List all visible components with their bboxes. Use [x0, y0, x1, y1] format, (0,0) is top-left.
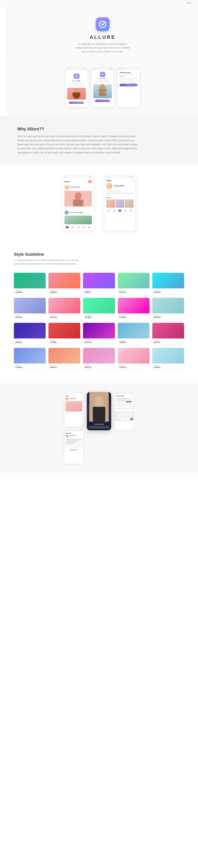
app-screens-section: 9:41 ⚡ 100% Home	[0, 165, 198, 242]
phone1-tagline: One platform for all your social media n…	[67, 83, 86, 86]
phone2-logo	[100, 72, 105, 77]
profile-grid	[106, 199, 134, 208]
forgot-password-mock: Forgot Password?	[120, 88, 138, 89]
color-swatch: 41B0C8F386A0	[152, 348, 184, 369]
svg-rect-8	[73, 92, 75, 97]
style-section: Style Guideline I m trying to explore so…	[0, 242, 198, 383]
login-button-mock[interactable]: LOGIN	[120, 84, 138, 86]
home-bottom-nav	[64, 225, 92, 229]
nav-profile-icon[interactable]	[88, 226, 91, 228]
profile-screen-phone: 9:41 ⚡ 100% Profile ⚙ Jessica	[104, 176, 135, 231]
color-swatch: 6F09B5E13AC8	[83, 323, 115, 344]
bottom-screens-section: 9:41 100% Home Jessica Singh 4 minutes a…	[0, 383, 198, 473]
profile-title: Profile	[106, 180, 111, 182]
phone1-logo	[73, 73, 79, 79]
svg-point-15	[66, 185, 68, 188]
svg-point-12	[103, 73, 103, 74]
nav-search-icon[interactable]	[71, 226, 74, 228]
svg-point-14	[89, 182, 92, 184]
bottom-phone-2: 9:41 100% Messages Creative Mintz Just n…	[64, 429, 84, 464]
center-input[interactable]	[89, 426, 109, 429]
profile-nav-profile[interactable]	[119, 210, 121, 212]
color-swatch: F95E7DE95A7D	[48, 298, 80, 319]
hero-section: ALLURE An Application for dedicated to f…	[7, 7, 198, 61]
status-battery-1: 100%	[84, 68, 86, 69]
profile-bottom-nav	[106, 209, 134, 213]
home-title: Home	[64, 181, 70, 183]
allure-link: ALLURE	[120, 76, 138, 77]
app-description: An Application for dedicated to famous I…	[75, 42, 130, 54]
password-input-mock	[120, 81, 138, 83]
status-battery-2: 100%	[109, 68, 112, 69]
color-swatch: D230C8733BC5	[118, 323, 150, 344]
color-swatch: F100BDF100BD	[118, 298, 150, 319]
color-swatch: FF0D5F470ECA	[118, 348, 150, 369]
style-title: Style Guideline	[14, 252, 184, 257]
phones-row: 9:41 AM 100% ALLURE One platform for all…	[7, 61, 198, 116]
svg-point-5	[77, 75, 77, 76]
style-description: I m trying to explore some different kin…	[14, 258, 84, 266]
svg-rect-24	[93, 407, 105, 422]
center-phone: Creative Mintz	[87, 392, 111, 430]
center-face-image	[89, 392, 109, 422]
color-swatch: 6035A03A3575	[152, 323, 184, 344]
home-user-subtitle: 4 minutes ago	[70, 188, 79, 189]
bottom-phone-1-image	[65, 401, 82, 411]
signin-subtitle: Sign in to continue to ALLURE	[120, 74, 138, 75]
svg-point-11	[102, 74, 103, 75]
home-user2-name: Alias / Creative Mintz	[70, 212, 84, 213]
bottom-phone-2-avatar	[65, 434, 69, 438]
phone1-appname: ALLURE	[72, 80, 81, 82]
color-swatch: 8187E98187E9	[14, 298, 46, 319]
home-username: Jessica Singh	[70, 186, 79, 188]
app-name: ALLURE	[7, 34, 198, 40]
why-text: Allurs is a free app that lets you share…	[18, 134, 139, 155]
color-grid-row2: 8187E98187E9F95E7DE95A7D4FF9B04FF9B0F100…	[14, 298, 184, 319]
svg-point-4	[76, 76, 77, 76]
phone1-image	[67, 88, 86, 100]
svg-point-16	[65, 188, 69, 190]
phone2-create-button[interactable]: CREATE AN ACCOUNT	[95, 100, 110, 102]
profile-grid-item-1	[106, 199, 115, 208]
home-avatar	[88, 180, 92, 184]
why-title: Why Allurs??	[18, 127, 180, 131]
color-swatch: D7C550F98A70	[48, 348, 80, 369]
status-label-3: Sign in Screen	[119, 68, 126, 69]
color-swatch: FF5722F28EA0	[48, 273, 80, 294]
profile-nav-settings[interactable]	[129, 210, 132, 212]
phone1-cta-button[interactable]: GET STARTED	[69, 102, 84, 104]
profile-nav-search[interactable]	[113, 210, 116, 212]
home-user-avatar	[64, 185, 69, 190]
profile-nav-messages[interactable]	[124, 210, 127, 212]
home-share-btn[interactable]	[72, 208, 74, 209]
nav-explore-icon[interactable]	[77, 226, 79, 228]
profile-name: Jessica Singh	[114, 185, 124, 187]
profile-grid-item-3	[125, 199, 134, 208]
svg-rect-9	[78, 92, 80, 97]
color-grid-row4: 2F6EEFC264A6D7C550F98A70F34A8890AC29FF0D…	[14, 348, 184, 369]
svg-point-13	[89, 180, 91, 182]
svg-point-1	[102, 23, 104, 25]
home-like-btn[interactable]	[64, 208, 67, 209]
color-swatch: 24EEF755A0D8	[152, 273, 184, 294]
bottom-phone-1: 9:41 100% Home Jessica Singh 4 minutes a…	[64, 392, 84, 427]
phone2-image	[93, 84, 112, 98]
color-swatch: 695F027F19B5	[48, 323, 80, 344]
nav-notifications-icon[interactable]	[82, 226, 85, 228]
profile-handle: @jessicasingh	[114, 187, 124, 188]
phone2-appname: ALLURE	[99, 78, 106, 79]
svg-point-20	[108, 184, 111, 187]
bottom-phone-1-title: Home	[65, 395, 82, 397]
signin-title: Welcome back!	[120, 72, 138, 73]
nav-home-icon[interactable]	[66, 226, 69, 228]
color-grid-row1: 3B13791CB984FF5722F28EA0C050FF8060FC6FC1…	[14, 273, 184, 294]
profile-nav-home[interactable]	[107, 210, 110, 212]
phone-mockup-2: 9:41 AM 100% ALLURE Join the community o…	[91, 67, 114, 107]
svg-point-18	[75, 192, 81, 200]
phone2-desc: Join the community of creators and influ…	[93, 80, 112, 83]
home-comment-btn[interactable]	[68, 208, 71, 209]
why-section: Why Allurs?? Allurs is a free app that l…	[0, 116, 198, 165]
svg-point-6	[74, 88, 78, 92]
status-time-2: 9:41 AM	[93, 68, 97, 69]
svg-point-2	[103, 22, 105, 24]
